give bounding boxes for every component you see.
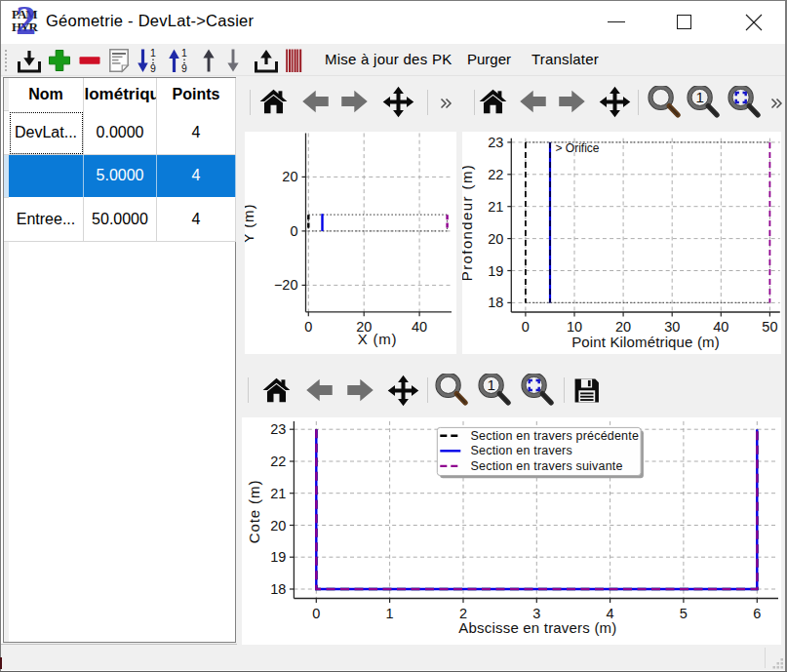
svg-text:0: 0 [312, 606, 320, 621]
svg-text:5: 5 [680, 606, 688, 621]
svg-text:18: 18 [270, 581, 286, 597]
svg-text:X (m): X (m) [358, 331, 398, 347]
svg-text:6: 6 [753, 606, 761, 621]
svg-text:20: 20 [270, 518, 286, 534]
svg-text:Y (m): Y (m) [245, 204, 256, 243]
svg-text:23: 23 [488, 135, 503, 150]
svg-text:21: 21 [270, 486, 286, 501]
svg-text:1: 1 [386, 606, 394, 621]
svg-text:Section en travers précédente: Section en travers précédente [471, 429, 640, 443]
svg-text:20: 20 [282, 169, 297, 184]
svg-text:Cote (m): Cote (m) [246, 480, 262, 544]
svg-text:9: 9 [181, 62, 187, 74]
svg-text:40: 40 [412, 319, 427, 335]
svg-text:> Orifice: > Orifice [556, 141, 600, 155]
svg-text:1: 1 [487, 376, 494, 393]
svg-text:0: 0 [522, 319, 530, 335]
svg-text:Point Kilométrique (m): Point Kilométrique (m) [571, 334, 720, 350]
svg-text:23: 23 [270, 421, 286, 437]
svg-text:Section en travers: Section en travers [471, 444, 572, 457]
svg-text:19: 19 [270, 549, 286, 565]
svg-text:1: 1 [695, 89, 703, 105]
svg-text:18: 18 [488, 295, 503, 310]
svg-text:Profondeur (m): Profondeur (m) [462, 164, 475, 281]
svg-text:0: 0 [290, 223, 297, 239]
svg-text:Section en travers suivante: Section en travers suivante [471, 459, 623, 473]
svg-text:9: 9 [150, 62, 156, 74]
svg-text:−20: −20 [274, 277, 298, 293]
svg-text:22: 22 [488, 167, 503, 182]
svg-text:1: 1 [150, 47, 156, 59]
svg-text:22: 22 [270, 454, 286, 469]
svg-text:21: 21 [488, 199, 503, 215]
svg-text:19: 19 [488, 263, 503, 279]
svg-text:20: 20 [488, 231, 503, 247]
svg-text:0: 0 [304, 319, 312, 335]
svg-text:1: 1 [181, 47, 187, 59]
svg-text:50: 50 [762, 319, 777, 335]
svg-text:Abscisse en travers (m): Abscisse en travers (m) [458, 619, 616, 636]
